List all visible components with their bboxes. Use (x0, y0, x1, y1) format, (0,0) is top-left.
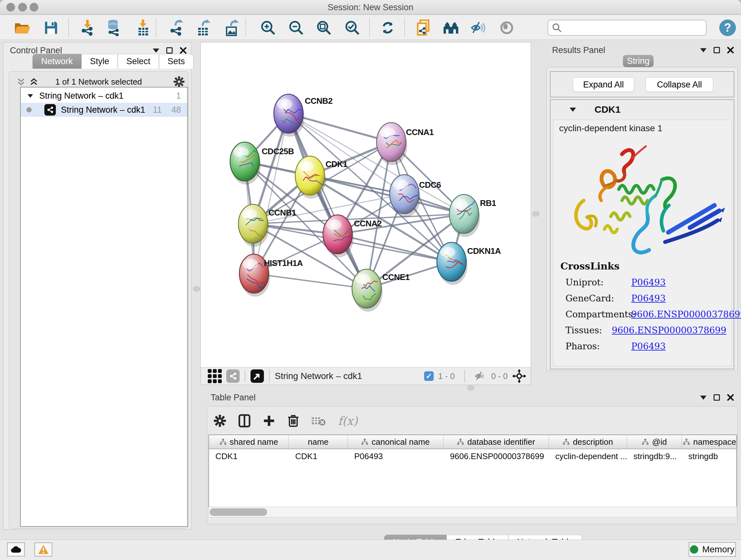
function-builder-button[interactable]: f(x) (338, 415, 358, 428)
show-hide-details-button[interactable] (470, 19, 487, 36)
node-CCNE1[interactable] (352, 269, 383, 312)
close-panel-icon[interactable] (180, 47, 187, 54)
zoom-selected-icon (344, 20, 360, 36)
cell-canonical-name[interactable]: P06493 (348, 449, 444, 463)
export-image-button[interactable] (223, 19, 240, 36)
column-header-description[interactable]: description (549, 435, 627, 449)
tab-select[interactable]: Select (118, 54, 159, 69)
horizontal-splitter-handle[interactable] (467, 385, 474, 390)
vertical-splitter-handle[interactable] (532, 211, 539, 216)
table-settings-gear-icon[interactable] (213, 415, 226, 427)
add-column-icon[interactable] (263, 415, 275, 427)
network-canvas[interactable]: CCNB2CCNA1CDC25BCDK1CDC6RB1CCNB1CCNA2CDK… (201, 43, 531, 367)
export-table-button[interactable] (195, 19, 212, 36)
tab-sets[interactable]: Sets (159, 54, 193, 69)
crosslink-link[interactable]: P06493 (631, 341, 666, 352)
panel-menu-icon[interactable] (153, 49, 159, 53)
crosslink-link[interactable]: P06493 (631, 277, 666, 288)
cell-description[interactable]: cyclin-dependent ... (549, 449, 627, 463)
refresh-button[interactable] (380, 19, 396, 36)
toggle-view-button[interactable] (498, 19, 515, 36)
collapse-arrow-icon[interactable] (569, 108, 576, 112)
edge-HIST1H1A-CCNE1[interactable] (254, 273, 367, 289)
cell-shared-name[interactable]: CDK1 (209, 449, 289, 463)
crosslink-link[interactable]: 9606.ENSP00000378699 (631, 309, 741, 320)
table-horizontal-scrollbar[interactable] (208, 507, 737, 517)
import-database-icon (106, 19, 121, 36)
column-header-namespace[interactable]: namespace (682, 435, 738, 449)
protein-section-header[interactable]: CDK1 (551, 101, 733, 118)
delete-column-icon[interactable] (287, 414, 299, 428)
float-panel-icon[interactable] (166, 47, 173, 54)
import-table-button[interactable] (135, 19, 151, 36)
node-RB1[interactable] (449, 194, 480, 237)
first-neighbors-button[interactable] (443, 19, 460, 36)
grid-view-icon[interactable] (208, 369, 222, 383)
panel-menu-icon[interactable] (700, 48, 706, 52)
zoom-in-button[interactable] (260, 19, 276, 36)
collapse-arrow-icon[interactable] (28, 94, 33, 98)
close-panel-icon[interactable] (727, 394, 734, 401)
zoom-selected-button[interactable] (344, 19, 360, 36)
zoom-out-button[interactable] (288, 19, 305, 36)
scrollbar-thumb[interactable] (210, 508, 267, 516)
zoom-out-icon (288, 20, 304, 36)
crosslink-row: Compartments:9606.ENSP00000378699 (560, 309, 726, 320)
cell-id[interactable]: stringdb:9... (627, 449, 682, 463)
toolbar-divider (369, 18, 370, 37)
cell-name[interactable]: CDK1 (289, 449, 348, 463)
node-CCNB2[interactable] (274, 94, 305, 137)
save-session-button[interactable] (43, 19, 59, 36)
vertical-splitter-handle[interactable] (193, 287, 200, 292)
birds-eye-view-button[interactable] (251, 369, 264, 383)
cell-database-identifier[interactable]: 9606.ENSP00000378699 (444, 449, 549, 463)
network-row-selected[interactable]: String Network – cdk1 11 48 (21, 103, 187, 117)
share-view-icon[interactable] (226, 369, 240, 383)
collapse-all-button[interactable]: Collapse All (646, 77, 713, 92)
expand-all-button[interactable]: Expand All (573, 77, 634, 92)
node-CCNB1[interactable] (239, 204, 269, 247)
warnings-button[interactable] (35, 543, 52, 557)
column-header-id[interactable]: @id (627, 435, 682, 449)
tab-network[interactable]: Network (32, 54, 81, 69)
cloud-icon (10, 546, 21, 553)
panel-menu-icon[interactable] (700, 395, 706, 400)
hidden-eye-icon[interactable] (475, 371, 487, 381)
edge-CCNB2-HIST1H1A[interactable] (254, 114, 288, 273)
zoom-fit-button[interactable] (316, 19, 332, 36)
memory-button[interactable]: Memory (689, 542, 736, 557)
cloud-status-button[interactable] (7, 543, 25, 557)
node-CDC6[interactable] (390, 175, 420, 217)
gear-icon[interactable] (173, 76, 185, 87)
search-input[interactable] (562, 23, 706, 33)
table-row[interactable]: CDK1CDK1P064939606.ENSP00000378699cyclin… (209, 449, 736, 463)
node-CDKN1A[interactable] (437, 242, 468, 285)
import-network-file-button[interactable] (79, 19, 95, 36)
network-collection-row[interactable]: String Network – cdk1 1 (21, 89, 187, 103)
delete-table-icon[interactable] (311, 415, 326, 426)
float-panel-icon[interactable] (714, 47, 720, 53)
help-button[interactable]: ? (719, 19, 736, 36)
protein-details: cyclin-dependent kinase 1 (553, 120, 732, 366)
node-CCNA2[interactable] (323, 215, 354, 257)
crosslink-link[interactable]: 9606.ENSP00000378699 (612, 325, 726, 335)
import-network-database-button[interactable] (105, 19, 122, 36)
export-network-button[interactable] (167, 19, 184, 36)
column-header-shared-name[interactable]: shared name (209, 435, 289, 449)
search-box[interactable] (548, 20, 706, 36)
pan-crosshair-icon[interactable] (512, 369, 526, 383)
clone-network-button[interactable] (415, 19, 432, 36)
show-columns-icon[interactable] (239, 414, 251, 428)
crosslink-row: GeneCard:P06493 (560, 293, 726, 304)
close-panel-icon[interactable] (727, 47, 734, 54)
open-session-button[interactable] (14, 19, 30, 36)
column-header-canonical-name[interactable]: canonical name (348, 435, 444, 449)
tab-string[interactable]: String (623, 55, 654, 67)
column-header-name[interactable]: name (289, 435, 348, 449)
crosslink-link[interactable]: P06493 (631, 293, 666, 304)
column-header-database-identifier[interactable]: database identifier (444, 435, 549, 449)
selected-checkbox[interactable]: ✓ (424, 371, 434, 381)
tab-style[interactable]: Style (81, 54, 118, 69)
cell-namespace[interactable]: stringdb (682, 449, 738, 463)
float-panel-icon[interactable] (714, 394, 720, 401)
